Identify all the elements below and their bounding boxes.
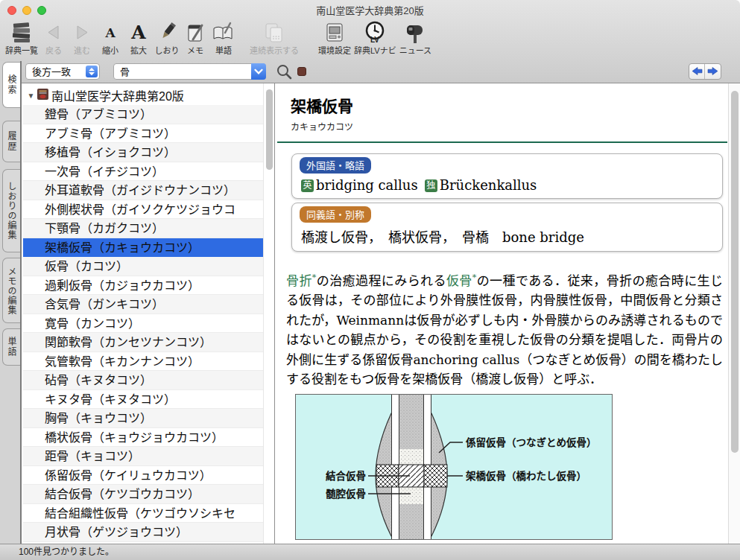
list-item[interactable]: 過剰仮骨（カジョウカコツ） [23, 276, 263, 296]
match-mode-value: 後方一致 [32, 64, 71, 78]
close-button[interactable] [7, 6, 16, 15]
figure-label-uniting-callus: 結合仮骨 [326, 470, 366, 482]
list-item[interactable]: 下顎骨（カガクコツ） [23, 219, 263, 238]
toolbar-button-label: 連続表示する [250, 44, 299, 56]
language-badge: 英 [301, 179, 314, 192]
traffic-lights [7, 6, 46, 15]
content-scrollbar[interactable] [728, 83, 740, 544]
dictionary-list-icon [9, 20, 34, 45]
forward-arrow-button[interactable] [705, 64, 721, 79]
word-icon [211, 20, 236, 45]
search-input[interactable] [114, 66, 251, 77]
toolbar-button-label: 辞典LVナビ [354, 44, 396, 56]
status-bar: 100件見つかりました。 [0, 544, 740, 560]
list-item[interactable]: 気管軟骨（キカンナンコツ） [23, 352, 263, 372]
search-combo [113, 63, 266, 80]
list-item[interactable]: 寛骨（カンコツ） [23, 314, 263, 334]
toolbar-button-dictionary-list[interactable]: 辞典一覧 [5, 20, 38, 56]
toolbar-button-continuous-display: 連続表示する [250, 20, 299, 56]
svg-text:A: A [130, 22, 146, 43]
tab-search[interactable]: 検索 [2, 62, 20, 108]
list-item[interactable]: 架橋仮骨（カキョウカコツ） [23, 238, 263, 258]
font-smaller-icon: A [98, 20, 123, 45]
synonyms-badge: 同義語・別称 [300, 206, 371, 223]
bookmark-icon [154, 20, 180, 45]
disclosure-triangle-icon[interactable]: ▼ [25, 92, 37, 100]
toolbar-button-font-larger[interactable]: A拡大 [126, 20, 151, 56]
list-item[interactable]: 一次骨（イチジコツ） [23, 162, 263, 182]
foreign-terms-badge: 外国語・略語 [300, 157, 371, 174]
list-item[interactable]: 関節軟骨（カンセツナンコツ） [23, 333, 263, 352]
toolbar-button-label: 辞典一覧 [5, 44, 38, 56]
entry-figure: 係留仮骨（つなぎとめ仮骨） 架橋仮骨（橋わたし仮骨） 結合仮骨 髄腔仮骨 [295, 394, 613, 540]
toolbar-button-news[interactable]: ニュース [399, 20, 431, 56]
list-root-label: 南山堂医学大辞典第20版 [51, 86, 184, 104]
list-item[interactable]: 仮骨（カコツ） [23, 257, 263, 276]
dictionary-book-icon [37, 89, 48, 103]
forward-icon [69, 20, 95, 45]
svg-text:A: A [104, 25, 116, 40]
list-item[interactable]: 結合組織性仮骨（ケツゴウソシキセ [23, 504, 263, 524]
tab-history[interactable]: 履歴 [2, 121, 20, 162]
tab-memo-edit[interactable]: メモの編集 [2, 258, 20, 323]
font-larger-icon: A [126, 20, 151, 45]
toolbar-button-label: 単語 [215, 44, 232, 56]
entry-headword: 架橋仮骨 [291, 94, 727, 116]
cross-reference-link[interactable]: 仮骨 [446, 273, 472, 288]
synonyms-line: 橋渡し仮骨， 橋状仮骨， 骨橋 bone bridge [300, 226, 715, 246]
toolbar-button-label: ニュース [399, 44, 431, 56]
toolbar-button-lv-navi[interactable]: LV辞典LVナビ [354, 20, 396, 56]
list-item[interactable]: 鐙骨（アブミコツ） [23, 105, 263, 124]
list-item[interactable]: 砧骨（キヌタコツ） [23, 371, 263, 390]
list-scrollbar[interactable] [263, 83, 274, 544]
tab-bookmark-edit[interactable]: しおりの編集 [2, 169, 20, 252]
foreign-terms-box: 外国語・略語 英bridging callus独Brückenkallus [291, 153, 723, 199]
toolbar-button-bookmark[interactable]: しおり [154, 20, 180, 56]
entry-panel: 架橋仮骨 カキョウカコツ 外国語・略語 英bridging callus独Brü… [276, 83, 740, 544]
list-root-row[interactable]: ▼ 南山堂医学大辞典第20版 [23, 86, 263, 105]
list-item[interactable]: 橋状仮骨（キョウジョウカコツ） [23, 428, 263, 448]
figure-label-medullary-callus: 髄腔仮骨 [326, 488, 366, 500]
zoom-button[interactable] [37, 6, 46, 15]
list-item[interactable]: 移植骨（イショクコツ） [23, 143, 263, 162]
stepper-icon [86, 66, 98, 77]
search-icon[interactable] [275, 63, 293, 80]
list-item[interactable]: 胸骨（キョウコツ） [23, 409, 263, 428]
toolbar-button-preferences[interactable]: 環境設定 [318, 20, 351, 56]
status-text: 100件見つかりました。 [19, 547, 114, 557]
content-scrollbar-thumb[interactable] [731, 91, 739, 453]
list-item[interactable]: 外側楔状骨（ガイソクケツジョウコ [23, 200, 263, 220]
list-item[interactable]: キヌタ骨（キヌタコツ） [23, 390, 263, 410]
match-mode-popup[interactable]: 後方一致 [25, 63, 100, 80]
toolbar-button-label: しおり [155, 44, 180, 56]
list-item[interactable]: 係留仮骨（ケイリュウカコツ） [23, 466, 263, 486]
minimize-button[interactable] [22, 6, 31, 15]
back-arrow-button[interactable] [689, 64, 705, 79]
memo-icon [183, 20, 208, 45]
sidebar-tab-strip: 検索履歴しおりの編集メモの編集単語 [0, 61, 22, 544]
toolbar-button-word[interactable]: 単語 [211, 20, 236, 56]
list-item[interactable]: 距骨（キョコツ） [23, 447, 263, 466]
list-item[interactable]: アブミ骨（アブミコツ） [23, 124, 263, 144]
result-list: ▼ 南山堂医学大辞典第20版 鐙骨（アブミコツ）アブミ骨（アブミコツ）移植骨（イ… [23, 86, 263, 542]
chevron-down-icon[interactable] [251, 63, 266, 80]
search-bar: 後方一致 [0, 60, 740, 83]
toolbar-button-memo[interactable]: メモ [183, 20, 208, 56]
toolbar-button-forward: 進む [69, 20, 95, 56]
list-scrollbar-thumb[interactable] [266, 89, 273, 170]
toolbar-button-label: 進む [74, 44, 90, 56]
result-list-panel: ▼ 南山堂医学大辞典第20版 鐙骨（アブミコツ）アブミ骨（アブミコツ）移植骨（イ… [23, 83, 275, 544]
toolbar-button-back: 戻る [41, 20, 66, 56]
toolbar-button-font-smaller[interactable]: A縮小 [98, 20, 123, 56]
cross-reference-link[interactable]: 骨折 [286, 273, 312, 288]
list-item[interactable]: 外耳道軟骨（ガイジドウナンコツ） [23, 181, 263, 200]
back-icon [41, 20, 66, 45]
toolbar-button-label: 拡大 [130, 44, 147, 56]
window-title: 南山堂医学大辞典第20版 [316, 3, 423, 17]
list-item[interactable]: 結合仮骨（ケツゴウカコツ） [23, 485, 263, 504]
continuous-display-icon [262, 20, 287, 45]
list-item[interactable]: 含気骨（ガンキコツ） [23, 295, 263, 314]
tab-words[interactable]: 単語 [2, 328, 20, 366]
list-item[interactable]: 月状骨（ゲツジョウコツ） [23, 523, 263, 542]
news-icon [402, 20, 428, 45]
